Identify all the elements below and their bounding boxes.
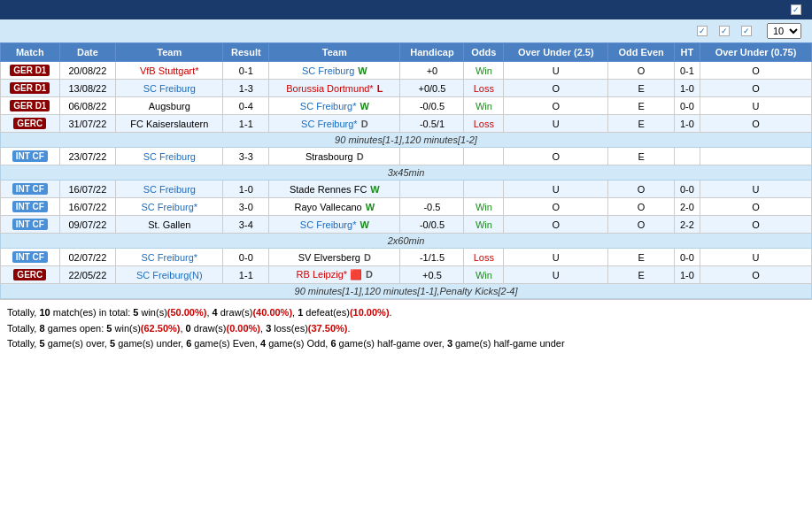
team2-name[interactable]: SC FreiburgW [269, 62, 400, 80]
filter-gerc[interactable]: ✓ [719, 26, 732, 36]
over-under-25: O [504, 97, 608, 115]
match-badge: GER D1 [1, 97, 60, 115]
team2-name[interactable]: SC Freiburg*W [269, 216, 400, 234]
match-result: 1-1 [223, 266, 269, 284]
over-under-25: U [504, 181, 608, 198]
team1-name[interactable]: SC Freiburg [116, 80, 223, 97]
half-time-score: 0-0 [674, 97, 700, 115]
odds-result [464, 181, 504, 198]
team1-name[interactable]: FC Kaiserslautern [116, 115, 223, 133]
over-under-25: O [504, 148, 608, 165]
match-date: 06/08/22 [59, 97, 116, 115]
table-row: GER D120/08/22VfB Stuttgart*0-1SC Freibu… [1, 62, 812, 80]
team1-name[interactable]: SC Freiburg(N) [116, 266, 223, 284]
last-games-select[interactable]: 10 5 15 20 25 30 [767, 23, 801, 39]
handicap-value [400, 148, 464, 165]
table-row: INT CF16/07/22SC Freiburg1-0Stade Rennes… [1, 181, 812, 198]
half-time-score: 1-0 [674, 80, 700, 97]
team1-name[interactable]: SC Freiburg* [116, 249, 223, 266]
half-time-score: 0-1 [674, 62, 700, 80]
filter-intcf[interactable]: ✓ [741, 26, 754, 36]
team2-name[interactable]: RB Leipzig* 🟥D [269, 266, 400, 284]
match-date: 02/07/22 [59, 249, 116, 266]
match-badge: GERC [1, 266, 60, 284]
odd-even: E [608, 148, 674, 165]
odd-even: E [608, 115, 674, 133]
over-under-075 [700, 148, 812, 165]
team2-name[interactable]: Stade Rennes FCW [269, 181, 400, 198]
col-match: Match [1, 43, 60, 62]
team2-name[interactable]: StrasbourgD [269, 148, 400, 165]
match-date: 20/08/22 [59, 62, 116, 80]
col-team2: Team [269, 43, 400, 62]
handicap-value: +0.5 [400, 266, 464, 284]
over-under-075: O [700, 198, 812, 216]
table-row: GERC22/05/22SC Freiburg(N)1-1RB Leipzig*… [1, 266, 812, 284]
filter-gerd1[interactable]: ✓ [697, 26, 710, 36]
team2-name[interactable]: SC Freiburg*D [269, 115, 400, 133]
match-result: 1-3 [223, 80, 269, 97]
match-date: 22/05/22 [59, 266, 116, 284]
half-time-score [674, 148, 700, 165]
table-row: INT CF23/07/22SC Freiburg3-3StrasbourgDO… [1, 148, 812, 165]
table-row: GER D113/08/22SC Freiburg1-3Borussia Dor… [1, 80, 812, 97]
odds-result: Win [464, 266, 504, 284]
odd-even: E [608, 80, 674, 97]
odds-result: Win [464, 62, 504, 80]
team2-name[interactable]: SV ElversbergD [269, 249, 400, 266]
odd-even: O [608, 198, 674, 216]
odd-even: O [608, 62, 674, 80]
match-date: 13/08/22 [59, 80, 116, 97]
match-date: 16/07/22 [59, 181, 116, 198]
odds-result: Win [464, 216, 504, 234]
odd-even: E [608, 249, 674, 266]
half-time-score: 0-0 [674, 249, 700, 266]
team1-name[interactable]: SC Freiburg [116, 181, 223, 198]
team1-name[interactable]: SC Freiburg* [116, 198, 223, 216]
over-under-075: U [700, 249, 812, 266]
handicap-value: -0.5/1 [400, 115, 464, 133]
over-under-25: U [504, 62, 608, 80]
match-result: 0-0 [223, 249, 269, 266]
match-result: 3-0 [223, 198, 269, 216]
handicap-value: +0 [400, 62, 464, 80]
match-date: 09/07/22 [59, 216, 116, 234]
team1-name[interactable]: VfB Stuttgart* [116, 62, 223, 80]
filters-bar: ✓ ✓ ✓ 10 5 15 20 25 30 [0, 19, 812, 42]
over-under-075: U [700, 181, 812, 198]
over-under-25: O [504, 80, 608, 97]
match-badge: INT CF [1, 216, 60, 234]
over-under-25: O [504, 216, 608, 234]
half-time-score: 1-0 [674, 266, 700, 284]
team2-name[interactable]: Rayo VallecanoW [269, 198, 400, 216]
note-text: 3x45min [1, 165, 812, 181]
scores-table: Match Date Team Result Team Handicap Odd… [0, 42, 812, 299]
table-row: GER D106/08/22Augsburg0-4SC Freiburg*W-0… [1, 97, 812, 115]
team2-name[interactable]: Borussia Dortmund*L [269, 80, 400, 97]
handicap-value: -0.5 [400, 198, 464, 216]
odd-even: O [608, 216, 674, 234]
odds-result: Loss [464, 115, 504, 133]
note-row: 90 minutes[1-1],120 minutes[1-1],Penalty… [1, 284, 812, 299]
match-badge: GER D1 [1, 62, 60, 80]
col-ou075: Over Under (0.75) [700, 43, 812, 62]
team1-name[interactable]: SC Freiburg [116, 148, 223, 165]
col-ht: HT [674, 43, 700, 62]
odd-even: O [608, 181, 674, 198]
team2-name[interactable]: SC Freiburg*W [269, 97, 400, 115]
match-date: 31/07/22 [59, 115, 116, 133]
display-notes-control[interactable]: ✓ [791, 4, 805, 15]
handicap-value: +0/0.5 [400, 80, 464, 97]
over-under-075: O [700, 115, 812, 133]
match-badge: INT CF [1, 148, 60, 165]
note-row: 90 minutes[1-1],120 minutes[1-2] [1, 133, 812, 148]
header-right: ✓ [791, 4, 805, 15]
half-time-score: 2-2 [674, 216, 700, 234]
summary-line2: Totally, 8 games open: 5 win(s)(62.50%),… [7, 321, 805, 337]
note-row: 3x45min [1, 165, 812, 181]
team1-name[interactable]: Augsburg [116, 97, 223, 115]
team1-name[interactable]: St. Gallen [116, 216, 223, 234]
col-result: Result [223, 43, 269, 62]
over-under-075: O [700, 216, 812, 234]
handicap-value: -0/0.5 [400, 216, 464, 234]
